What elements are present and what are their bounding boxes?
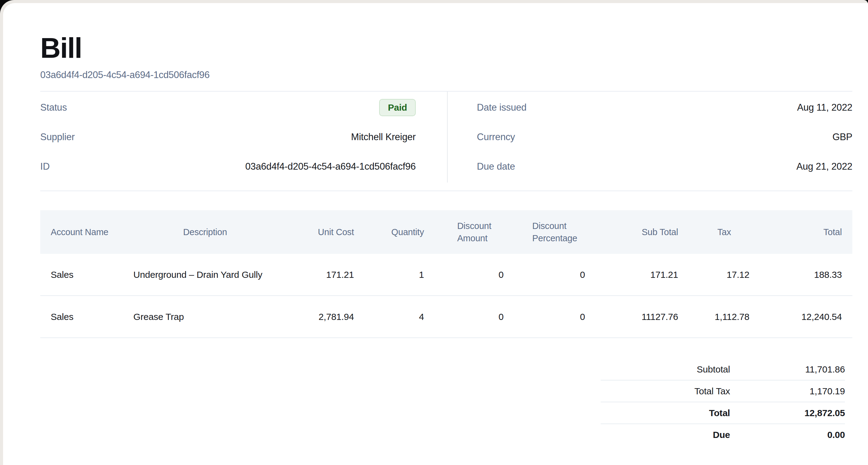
table-cell: 171.21 <box>287 254 364 296</box>
column-header-line: Discount <box>532 221 566 231</box>
meta-value: GBP <box>832 131 852 143</box>
meta-value: 03a6d4f4-d205-4c54-a694-1cd506facf96 <box>245 161 416 172</box>
table-cell: 0 <box>514 254 595 296</box>
table-row: SalesUnderground – Drain Yard Gully171.2… <box>40 254 852 296</box>
table-cell: 0 <box>434 254 514 296</box>
column-header: Quantity <box>364 210 434 254</box>
meta-label: ID <box>40 161 50 172</box>
column-header: DiscountPercentage <box>514 210 595 254</box>
table-cell: Sales <box>40 296 123 338</box>
table-cell: 0 <box>434 296 514 338</box>
table-cell: 2,781.94 <box>287 296 364 338</box>
totals-label: Total Tax <box>601 386 730 397</box>
meta-column-left: StatusPaidSupplierMitchell KreigerID03a6… <box>40 92 448 183</box>
bill-id-subtitle: 03a6d4f4-d205-4c54-a694-1cd506facf96 <box>40 69 852 81</box>
totals-row: Due0.00 <box>601 424 845 445</box>
meta-column-right: Date issuedAug 11, 2022CurrencyGBPDue da… <box>448 92 852 183</box>
meta-value: Aug 11, 2022 <box>797 102 852 113</box>
bill-page: Bill 03a6d4f4-d205-4c54-a694-1cd506facf9… <box>3 3 868 465</box>
table-cell: 188.33 <box>760 254 852 296</box>
table-cell: 11127.76 <box>595 296 688 338</box>
column-header: Description <box>123 210 287 254</box>
line-items-table: Account NameDescriptionUnit CostQuantity… <box>40 210 852 338</box>
status-badge: Paid <box>379 99 416 116</box>
table-cell: 0 <box>514 296 595 338</box>
column-header: Account Name <box>40 210 123 254</box>
meta-label: Currency <box>477 131 515 143</box>
meta-row: ID03a6d4f4-d205-4c54-a694-1cd506facf96 <box>40 152 416 181</box>
meta-label: Status <box>40 102 67 113</box>
page-title: Bill <box>40 3 852 62</box>
totals-row: Total12,872.05 <box>601 402 845 424</box>
meta-label: Supplier <box>40 131 75 143</box>
bill-meta-section: StatusPaidSupplierMitchell KreigerID03a6… <box>40 92 852 183</box>
meta-value: Aug 21, 2022 <box>797 161 852 172</box>
totals-value: 0.00 <box>730 430 845 440</box>
column-header: Sub Total <box>595 210 688 254</box>
column-header: DiscountAmount <box>434 210 514 254</box>
table-cell: 12,240.54 <box>760 296 852 338</box>
meta-row: SupplierMitchell Kreiger <box>40 122 416 152</box>
totals-value: 11,701.86 <box>730 364 845 375</box>
totals-value: 1,170.19 <box>730 386 845 397</box>
table-cell: 17.12 <box>688 254 760 296</box>
browser-window: Bill 03a6d4f4-d205-4c54-a694-1cd506facf9… <box>0 0 868 465</box>
column-header: Tax <box>688 210 760 254</box>
column-header-lines: DiscountPercentage <box>532 220 577 244</box>
table-header-row: Account NameDescriptionUnit CostQuantity… <box>40 210 852 254</box>
meta-label: Due date <box>477 161 515 172</box>
table-cell: Sales <box>40 254 123 296</box>
totals-label: Total <box>601 408 730 418</box>
column-header: Total <box>760 210 852 254</box>
meta-row: StatusPaid <box>40 93 416 122</box>
divider <box>40 190 852 191</box>
totals-label: Due <box>601 430 730 440</box>
column-header-line: Discount <box>457 221 491 231</box>
totals-row: Total Tax1,170.19 <box>601 380 845 402</box>
table-cell: 1,112.78 <box>688 296 760 338</box>
table-cell: 171.21 <box>595 254 688 296</box>
column-header-lines: DiscountAmount <box>457 220 491 244</box>
totals-row: Subtotal11,701.86 <box>601 359 845 380</box>
column-header-line: Percentage <box>532 233 577 243</box>
meta-label: Date issued <box>477 102 527 113</box>
table-cell: Grease Trap <box>123 296 287 338</box>
table-cell: Underground – Drain Yard Gully <box>123 254 287 296</box>
totals-section: Subtotal11,701.86Total Tax1,170.19Total1… <box>601 359 845 445</box>
meta-value: Mitchell Kreiger <box>351 131 416 143</box>
meta-row: Due dateAug 21, 2022 <box>477 152 852 181</box>
table-cell: 1 <box>364 254 434 296</box>
totals-value: 12,872.05 <box>730 408 845 418</box>
column-header-line: Amount <box>457 233 488 243</box>
totals-label: Subtotal <box>601 364 730 375</box>
meta-row: CurrencyGBP <box>477 122 852 152</box>
column-header: Unit Cost <box>287 210 364 254</box>
table-row: SalesGrease Trap2,781.9440011127.761,112… <box>40 296 852 338</box>
bill-content: Bill 03a6d4f4-d205-4c54-a694-1cd506facf9… <box>40 3 852 465</box>
table-cell: 4 <box>364 296 434 338</box>
meta-row: Date issuedAug 11, 2022 <box>477 93 852 122</box>
